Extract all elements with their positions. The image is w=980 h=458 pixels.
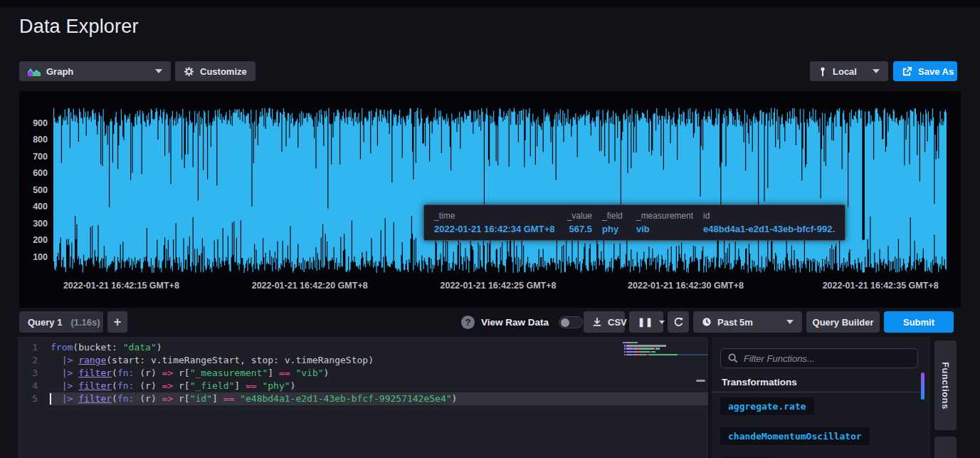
question-circle-icon[interactable]: ? — [461, 316, 475, 329]
top-edge-band — [0, 0, 980, 7]
refresh-button[interactable] — [668, 311, 689, 333]
submit-button[interactable]: Submit — [884, 311, 954, 333]
area-graph-icon — [28, 67, 41, 76]
code-line[interactable]: 2 |> range(start: v.timeRangeStart, stop… — [18, 354, 708, 367]
chevron-down-icon — [659, 321, 665, 324]
chevron-down-icon — [873, 69, 880, 73]
chevron-down-icon — [786, 320, 794, 324]
query-builder-button[interactable]: Query Builder — [806, 311, 880, 333]
y-tick-label: 900 — [19, 118, 48, 128]
local-dropdown[interactable]: Local — [810, 61, 888, 81]
editor-minimap[interactable] — [623, 342, 708, 357]
graph-panel: 100200300400500600700800900 2022-01-21 1… — [19, 91, 961, 308]
save-as-label: Save As — [918, 66, 954, 77]
tooltip-column: _measurementvib — [636, 211, 693, 240]
filter-functions-input[interactable] — [744, 353, 910, 364]
view-raw-data-toggle[interactable] — [559, 316, 583, 328]
pause-button[interactable]: ❚❚ — [629, 311, 663, 333]
x-tick-label: 2022-01-21 16:42:20 GMT+8 — [252, 281, 368, 291]
submit-label: Submit — [903, 317, 934, 328]
y-tick-label: 700 — [19, 152, 48, 162]
plus-icon: + — [114, 315, 122, 330]
time-range-label: Past 5m — [717, 317, 753, 328]
x-tick-label: 2022-01-21 16:42:30 GMT+8 — [628, 281, 744, 291]
code-lines: 1from(bucket: "data")2 |> range(start: v… — [18, 341, 708, 405]
filter-functions-searchbox[interactable] — [720, 348, 918, 368]
tooltip-column: _time2022-01-21 16:42:34 GMT+8 — [434, 211, 554, 240]
panel-scrollbar-thumb[interactable] — [921, 373, 924, 400]
tooltip-column: ide48bd4a1-e2d1-43eb-bfcf-992… — [703, 211, 835, 240]
refresh-icon — [673, 317, 684, 328]
csv-download-button[interactable]: CSV — [584, 311, 625, 333]
query-tab[interactable]: Query 1 (1.16s) — [19, 311, 103, 333]
function-chip[interactable]: chandeMomentumOscillator — [720, 427, 870, 445]
transformations-section-header: Transformations — [722, 377, 797, 387]
functions-panel: Transformations aggregate.ratechandeMome… — [712, 337, 930, 458]
local-label: Local — [833, 66, 857, 77]
query-tab-name: Query 1 — [28, 317, 62, 328]
pause-icon: ❚❚ — [638, 317, 653, 327]
add-query-button[interactable]: + — [107, 311, 127, 333]
page-title: Data Explorer — [19, 16, 139, 38]
data-explorer-page: Data Explorer Graph Customize Loc — [0, 0, 980, 458]
x-tick-label: 2022-01-21 16:42:15 GMT+8 — [63, 281, 179, 291]
code-line[interactable]: 1from(bucket: "data") — [18, 341, 708, 354]
vibration-waveform-plot[interactable] — [53, 107, 947, 274]
pin-icon — [818, 66, 827, 77]
x-tick-label: 2022-01-21 16:42:35 GMT+8 — [823, 281, 939, 291]
tab-secondary[interactable] — [934, 437, 957, 458]
query-builder-label: Query Builder — [813, 317, 874, 328]
y-tick-label: 800 — [19, 135, 48, 145]
tooltip-column: _value567.5 — [564, 211, 592, 240]
code-line[interactable]: 4 |> filter(fn: (r) => r["_field"] == "p… — [18, 380, 708, 392]
flux-query-editor[interactable]: 1from(bucket: "data")2 |> range(start: v… — [18, 337, 708, 458]
function-list: aggregate.ratechandeMomentumOscillatorco… — [720, 397, 870, 458]
pane-resize-handle[interactable] — [696, 380, 705, 382]
query-duration: (1.16s) — [70, 317, 100, 328]
tab-functions[interactable]: Functions — [934, 340, 957, 430]
export-icon — [902, 66, 912, 77]
customize-button[interactable]: Customize — [175, 61, 255, 81]
graph-tooltip: _time2022-01-21 16:42:34 GMT+8_value567.… — [423, 204, 845, 241]
view-raw-data-label: View Raw Data — [481, 317, 549, 328]
text-cursor — [50, 393, 51, 405]
customize-label: Customize — [200, 66, 247, 77]
toggle-knob — [561, 318, 569, 327]
download-icon — [592, 317, 602, 327]
x-tick-label: 2022-01-21 16:42:25 GMT+8 — [441, 281, 557, 291]
view-type-label: Graph — [46, 66, 73, 77]
csv-label: CSV — [608, 317, 627, 328]
y-tick-label: 400 — [19, 202, 48, 212]
search-icon — [728, 353, 738, 363]
y-tick-label: 200 — [19, 235, 48, 245]
view-type-dropdown[interactable]: Graph — [19, 61, 171, 81]
code-line[interactable]: 5 |> filter(fn: (r) => r["id"] == "e48bd… — [18, 392, 708, 405]
code-line[interactable]: 3 |> filter(fn: (r) => r["_measurement"]… — [18, 367, 708, 380]
y-tick-label: 100 — [19, 252, 48, 262]
function-chip[interactable]: aggregate.rate — [720, 397, 814, 415]
gear-icon — [184, 66, 194, 77]
y-tick-label: 500 — [19, 185, 48, 195]
tooltip-column: _fieldphy — [602, 211, 626, 240]
y-tick-label: 600 — [19, 168, 48, 178]
clock-icon — [702, 317, 712, 327]
y-tick-label: 300 — [19, 219, 48, 229]
chevron-down-icon — [155, 69, 162, 73]
functions-tab-label: Functions — [940, 362, 951, 410]
section-divider — [712, 392, 920, 392]
time-range-dropdown[interactable]: Past 5m — [693, 311, 802, 333]
save-as-button[interactable]: Save As — [893, 61, 957, 81]
